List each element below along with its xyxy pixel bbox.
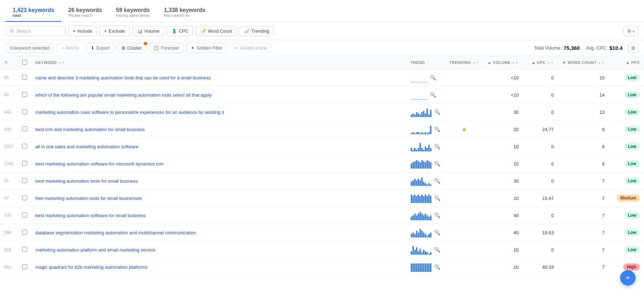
keyword-search-icon[interactable]: 🔍 [434, 264, 440, 270]
cluster-button[interactable]: ⊞ Cluster [117, 43, 146, 53]
trending-button[interactable]: 📈 Trending [240, 26, 274, 36]
keyword-search-icon[interactable]: 🔍 [434, 247, 440, 253]
tab-total[interactable]: 1,423 keywords total [6, 4, 61, 22]
ppc-cell: Low [609, 121, 644, 138]
trending-cell: ★ [445, 121, 483, 138]
trend-cell: 🔍 [406, 69, 445, 86]
keyword-selected-button[interactable]: 0 keyword selected [6, 43, 54, 53]
row-checkbox[interactable] [22, 126, 27, 131]
keyword-search-icon[interactable]: 🔍 [434, 178, 440, 184]
row-checkbox[interactable] [22, 178, 27, 183]
keyword-cell: magic quadrant for b2b marketing automat… [31, 259, 406, 276]
search-input[interactable]: Search [6, 26, 65, 36]
row-checkbox[interactable] [22, 247, 27, 252]
row-checkbox[interactable] [22, 144, 27, 149]
trending-label: Trending [252, 28, 269, 34]
tab-also-search[interactable]: 1,338 keywords Also search for [157, 4, 212, 22]
trending-cell [445, 259, 483, 276]
table-row: 1046best marketing automation software f… [0, 155, 644, 172]
total-info: Total Volume: 75,360 Avg. CPC: $10.4 [534, 45, 623, 51]
row-checkbox[interactable] [22, 161, 27, 166]
keyword-cell: best marketing automation tools for smal… [31, 172, 406, 190]
col-header-trending[interactable]: TRENDING ▲▼ [445, 56, 483, 69]
avg-cpc-value: $10.4 [609, 45, 623, 51]
word-count-cell: 7 [558, 207, 609, 224]
volume-col-label: VOLUME [493, 60, 510, 65]
row-checkbox[interactable] [22, 195, 27, 200]
volume-cell: <10 [483, 86, 523, 104]
golden-filter-button[interactable]: ✦ Golden Filter [186, 43, 227, 53]
keyword-search-icon[interactable]: 🔍 [434, 230, 440, 235]
col-header-cpc[interactable]: ▲ CPC ▲▼ [523, 56, 558, 69]
cluster-label: Cluster [127, 45, 142, 51]
volume-sort-arrows: ▲▼ [512, 61, 519, 64]
cpc-sort-icon: ▲ [532, 60, 535, 65]
keyword-search-icon[interactable]: 🔍 [430, 75, 436, 80]
tab-phrase-label: Phrase match [68, 13, 102, 18]
keyword-search-icon[interactable]: 🔍 [434, 161, 440, 166]
export-button[interactable]: ⬇ Export [86, 43, 114, 53]
add-icon: + [61, 45, 64, 51]
trending-cell [445, 224, 483, 241]
tab-same-terms[interactable]: 59 keywords Having same terms [109, 4, 157, 22]
row-checkbox[interactable] [22, 109, 27, 114]
row-number: 41 [0, 172, 18, 190]
table-row: 1017all in one sales and marketing autom… [0, 138, 644, 155]
exclude-button[interactable]: + Exclude [99, 26, 129, 36]
row-number: 1017 [0, 138, 18, 155]
create-article-button[interactable]: ✏ Create article [230, 43, 272, 53]
row-checkbox-cell [18, 259, 31, 276]
forecast-icon: 📋 [154, 45, 159, 51]
row-checkbox[interactable] [22, 264, 27, 269]
cpc-cell: 0 [523, 69, 558, 86]
settings-icon: ⚙ [627, 28, 631, 34]
row-checkbox[interactable] [22, 230, 27, 235]
cluster-icon: ⊞ [122, 45, 125, 51]
cpc-button[interactable]: 💲 CPC [167, 26, 193, 36]
col-header-keyword[interactable]: KEYWORD ▲▼ [31, 56, 406, 69]
col-header-volume[interactable]: ▲ VOLUME ▲▼ [483, 56, 523, 69]
row-checkbox[interactable] [22, 213, 27, 217]
volume-button[interactable]: 📊 Volume [132, 26, 164, 36]
action-bar: 0 keyword selected + Add to ⬇ Export ⊞ C… [0, 40, 644, 56]
trending-cell [445, 86, 483, 104]
row-checkbox-cell [18, 224, 31, 241]
ppc-badge: Low [624, 74, 640, 81]
keyword-search-icon[interactable]: 🔍 [434, 195, 440, 201]
keyword-search-icon[interactable]: 🔍 [434, 213, 440, 218]
trend-cell: 🔍 [406, 138, 445, 155]
tab-total-label: total [13, 13, 54, 18]
exclude-label: Exclude [109, 28, 125, 34]
keyword-search-icon[interactable]: 🔍 [434, 126, 440, 132]
row-checkbox[interactable] [22, 75, 27, 80]
col-header-word-count[interactable]: ▼ WORD COUNT ▲▼ [558, 56, 609, 69]
keyword-search-icon[interactable]: 🔍 [430, 92, 436, 98]
include-button[interactable]: + Include [68, 26, 97, 36]
golden-filter-icon: ✦ [191, 45, 195, 51]
keyword-search-icon[interactable]: 🔍 [434, 144, 440, 149]
col-header-checkbox[interactable] [18, 56, 31, 69]
keyword-cell: all in one sales and marketing automatio… [31, 138, 406, 155]
row-checkbox-cell [18, 121, 31, 138]
col-header-ppc[interactable]: ▲ PPC [609, 56, 644, 69]
table-row: 335best marketing automation software fo… [0, 207, 644, 224]
forecast-button[interactable]: 📋 Forecast [149, 43, 183, 53]
word-count-button[interactable]: 📝 Word Count [196, 26, 236, 36]
settings-button[interactable]: ⚙ ▾ [623, 26, 638, 36]
add-to-label: Add to [66, 45, 79, 51]
volume-cell: 20 [483, 121, 523, 138]
orange-dot-indicator [144, 42, 147, 45]
col-header-refresh[interactable]: ↻ [0, 56, 18, 69]
create-article-icon: ✏ [234, 45, 238, 51]
tab-phrase-match[interactable]: 26 keywords Phrase match [61, 4, 109, 22]
grid-layout-button[interactable]: ⊞ [628, 43, 638, 53]
row-checkbox[interactable] [22, 92, 27, 97]
table-row: 446best crm and marketing automation for… [0, 121, 644, 138]
word-count-cell: 7 [558, 190, 609, 207]
ppc-cell: Low [609, 69, 644, 86]
keyword-search-icon[interactable]: 🔍 [434, 109, 440, 115]
select-all-checkbox[interactable] [22, 60, 27, 65]
add-to-button[interactable]: + Add to [57, 43, 83, 53]
word-count-cell: 8 [558, 138, 609, 155]
table-row: 85name and describe 3 marketing automati… [0, 69, 644, 86]
